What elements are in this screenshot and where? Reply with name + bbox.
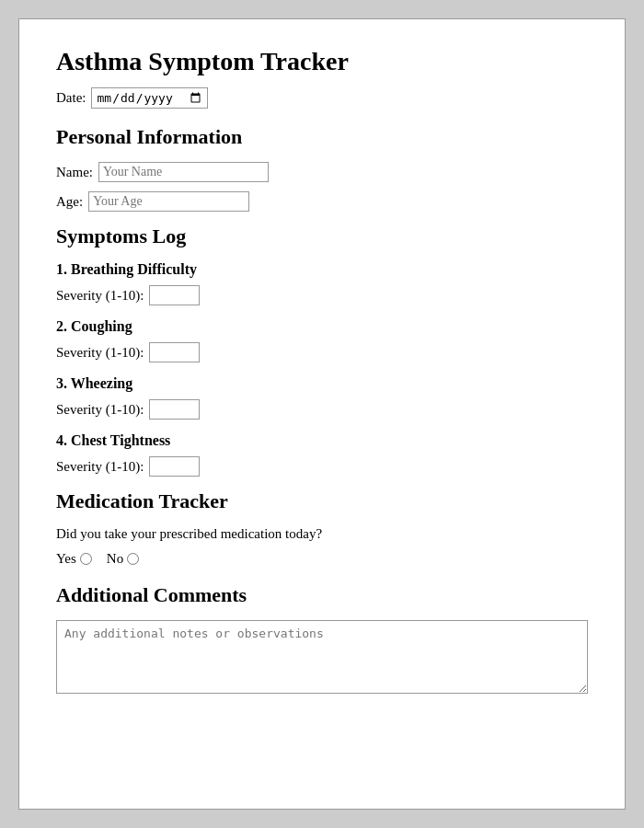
severity-4-label: Severity (1-10): (56, 459, 144, 475)
no-radio-label[interactable]: No (107, 551, 139, 567)
symptom-wheezing: 3. Wheezing Severity (1-10): (56, 375, 588, 420)
severity-3-label: Severity (1-10): (56, 402, 144, 418)
symptom-coughing: 2. Coughing Severity (1-10): (56, 318, 588, 362)
symptom-3-title: 3. Wheezing (56, 375, 588, 392)
severity-1-input[interactable] (149, 285, 200, 305)
medication-question: Did you take your prescribed medication … (56, 526, 588, 542)
severity-1-row: Severity (1-10): (56, 285, 588, 305)
symptom-4-title: 4. Chest Tightness (56, 432, 588, 449)
age-label: Age: (56, 194, 83, 210)
additional-comments-heading: Additional Comments (56, 583, 588, 607)
date-row: Date: (56, 87, 588, 109)
page-container: Asthma Symptom Tracker Date: Personal In… (18, 18, 626, 810)
symptom-breathing-difficulty: 1. Breathing Difficulty Severity (1-10): (56, 261, 588, 305)
severity-4-row: Severity (1-10): (56, 456, 588, 477)
name-input[interactable] (98, 162, 269, 182)
severity-1-label: Severity (1-10): (56, 288, 144, 304)
symptom-1-title: 1. Breathing Difficulty (56, 261, 588, 278)
symptom-chest-tightness: 4. Chest Tightness Severity (1-10): (56, 432, 588, 477)
name-label: Name: (56, 165, 93, 180)
app-title: Asthma Symptom Tracker (56, 47, 588, 76)
severity-2-label: Severity (1-10): (56, 345, 144, 361)
severity-3-input[interactable] (149, 399, 200, 420)
no-radio[interactable] (127, 553, 139, 565)
medication-tracker-heading: Medication Tracker (56, 489, 588, 513)
personal-information-heading: Personal Information (56, 125, 588, 149)
severity-4-input[interactable] (149, 456, 200, 477)
age-field-row: Age: (56, 191, 588, 212)
symptom-2-title: 2. Coughing (56, 318, 588, 335)
symptoms-log-section: Symptoms Log 1. Breathing Difficulty Sev… (56, 224, 588, 477)
yes-radio[interactable] (80, 553, 92, 565)
additional-comments-section: Additional Comments (56, 583, 588, 694)
severity-2-row: Severity (1-10): (56, 342, 588, 362)
additional-comments-input[interactable] (56, 620, 588, 694)
age-input[interactable] (88, 191, 249, 212)
date-label: Date: (56, 90, 86, 106)
severity-3-row: Severity (1-10): (56, 399, 588, 420)
symptoms-log-heading: Symptoms Log (56, 224, 588, 248)
medication-tracker-section: Medication Tracker Did you take your pre… (56, 489, 588, 567)
medication-radio-row: Yes No (56, 551, 588, 567)
name-field-row: Name: (56, 162, 588, 182)
yes-radio-label[interactable]: Yes (56, 551, 92, 567)
date-input[interactable] (91, 87, 208, 109)
personal-information-section: Personal Information Name: Age: (56, 125, 588, 212)
severity-2-input[interactable] (149, 342, 200, 362)
